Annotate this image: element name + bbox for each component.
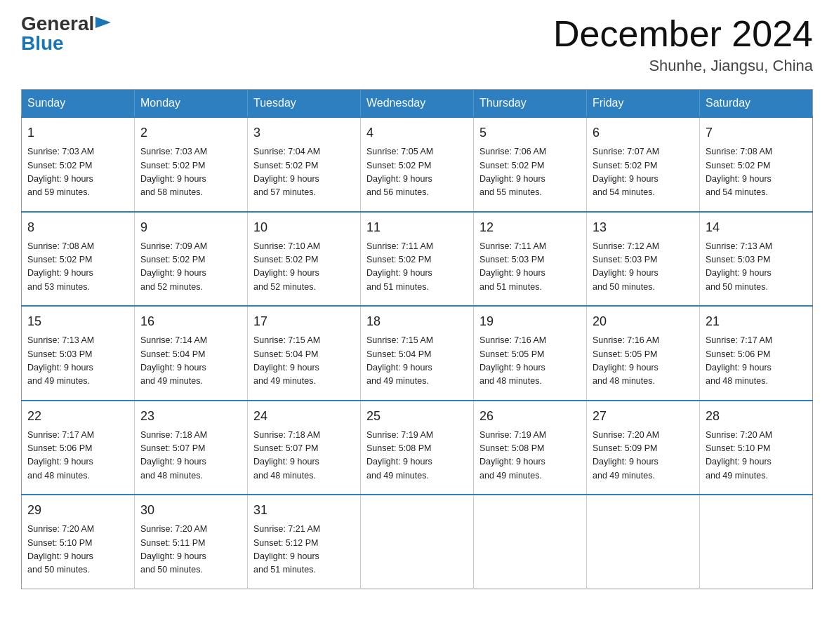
day-cell: 24Sunrise: 7:18 AMSunset: 5:07 PMDayligh… — [248, 401, 361, 495]
day-number: 19 — [479, 312, 581, 331]
day-cell: 6Sunrise: 7:07 AMSunset: 5:02 PMDaylight… — [587, 117, 700, 212]
day-info: Sunrise: 7:11 AMSunset: 5:03 PMDaylight:… — [479, 240, 581, 295]
day-info: Sunrise: 7:08 AMSunset: 5:02 PMDaylight:… — [706, 145, 807, 200]
day-info: Sunrise: 7:20 AMSunset: 5:10 PMDaylight:… — [27, 523, 128, 577]
svg-marker-0 — [95, 17, 111, 28]
day-info: Sunrise: 7:08 AMSunset: 5:02 PMDaylight:… — [27, 240, 128, 295]
day-number: 9 — [140, 218, 241, 237]
title-section: December 2024 Shunhe, Jiangsu, China — [553, 14, 813, 75]
day-cell: 26Sunrise: 7:19 AMSunset: 5:08 PMDayligh… — [474, 401, 587, 495]
day-info: Sunrise: 7:11 AMSunset: 5:02 PMDaylight:… — [366, 240, 468, 295]
header-wednesday: Wednesday — [361, 90, 474, 118]
day-number: 4 — [366, 123, 468, 142]
day-info: Sunrise: 7:16 AMSunset: 5:05 PMDaylight:… — [593, 334, 694, 389]
day-info: Sunrise: 7:21 AMSunset: 5:12 PMDaylight:… — [253, 523, 355, 577]
day-cell: 23Sunrise: 7:18 AMSunset: 5:07 PMDayligh… — [135, 401, 248, 495]
page-header: General Blue December 2024 Shunhe, Jiang… — [21, 14, 813, 75]
day-cell — [361, 495, 474, 589]
week-row-3: 15Sunrise: 7:13 AMSunset: 5:03 PMDayligh… — [22, 306, 813, 401]
day-info: Sunrise: 7:10 AMSunset: 5:02 PMDaylight:… — [253, 240, 355, 295]
day-number: 28 — [706, 407, 807, 426]
day-number: 29 — [27, 501, 128, 520]
day-cell: 19Sunrise: 7:16 AMSunset: 5:05 PMDayligh… — [474, 306, 587, 401]
logo: General Blue — [21, 14, 111, 53]
day-number: 26 — [479, 407, 581, 426]
day-number: 6 — [593, 123, 694, 142]
day-info: Sunrise: 7:15 AMSunset: 5:04 PMDaylight:… — [253, 334, 355, 389]
day-info: Sunrise: 7:15 AMSunset: 5:04 PMDaylight:… — [366, 334, 468, 389]
logo-arrow-icon — [95, 17, 111, 32]
day-cell: 20Sunrise: 7:16 AMSunset: 5:05 PMDayligh… — [587, 306, 700, 401]
day-cell: 10Sunrise: 7:10 AMSunset: 5:02 PMDayligh… — [248, 212, 361, 307]
day-number: 21 — [706, 312, 807, 331]
day-number: 3 — [253, 123, 355, 142]
day-info: Sunrise: 7:03 AMSunset: 5:02 PMDaylight:… — [27, 145, 128, 200]
day-info: Sunrise: 7:19 AMSunset: 5:08 PMDaylight:… — [366, 429, 468, 483]
day-cell: 29Sunrise: 7:20 AMSunset: 5:10 PMDayligh… — [22, 495, 135, 589]
day-cell — [474, 495, 587, 589]
day-info: Sunrise: 7:14 AMSunset: 5:04 PMDaylight:… — [140, 334, 241, 389]
day-info: Sunrise: 7:18 AMSunset: 5:07 PMDaylight:… — [140, 429, 241, 483]
week-row-5: 29Sunrise: 7:20 AMSunset: 5:10 PMDayligh… — [22, 495, 813, 589]
day-number: 10 — [253, 218, 355, 237]
day-cell: 27Sunrise: 7:20 AMSunset: 5:09 PMDayligh… — [587, 401, 700, 495]
day-info: Sunrise: 7:03 AMSunset: 5:02 PMDaylight:… — [140, 145, 241, 200]
day-number: 8 — [27, 218, 128, 237]
logo-general-text: General — [21, 14, 94, 34]
header-sunday: Sunday — [22, 90, 135, 118]
day-cell: 11Sunrise: 7:11 AMSunset: 5:02 PMDayligh… — [361, 212, 474, 307]
day-number: 18 — [366, 312, 468, 331]
day-info: Sunrise: 7:17 AMSunset: 5:06 PMDaylight:… — [27, 429, 128, 483]
day-cell: 17Sunrise: 7:15 AMSunset: 5:04 PMDayligh… — [248, 306, 361, 401]
day-info: Sunrise: 7:04 AMSunset: 5:02 PMDaylight:… — [253, 145, 355, 200]
day-cell: 12Sunrise: 7:11 AMSunset: 5:03 PMDayligh… — [474, 212, 587, 307]
week-row-4: 22Sunrise: 7:17 AMSunset: 5:06 PMDayligh… — [22, 401, 813, 495]
day-number: 12 — [479, 218, 581, 237]
day-number: 16 — [140, 312, 241, 331]
day-cell — [587, 495, 700, 589]
day-cell: 3Sunrise: 7:04 AMSunset: 5:02 PMDaylight… — [248, 117, 361, 212]
day-number: 30 — [140, 501, 241, 520]
day-number: 15 — [27, 312, 128, 331]
day-cell: 28Sunrise: 7:20 AMSunset: 5:10 PMDayligh… — [700, 401, 813, 495]
day-number: 2 — [140, 123, 241, 142]
day-info: Sunrise: 7:05 AMSunset: 5:02 PMDaylight:… — [366, 145, 468, 200]
header-thursday: Thursday — [474, 90, 587, 118]
day-number: 14 — [706, 218, 807, 237]
day-info: Sunrise: 7:17 AMSunset: 5:06 PMDaylight:… — [706, 334, 807, 389]
day-info: Sunrise: 7:19 AMSunset: 5:08 PMDaylight:… — [479, 429, 581, 483]
day-cell: 16Sunrise: 7:14 AMSunset: 5:04 PMDayligh… — [135, 306, 248, 401]
day-info: Sunrise: 7:06 AMSunset: 5:02 PMDaylight:… — [479, 145, 581, 200]
calendar-table: Sunday Monday Tuesday Wednesday Thursday… — [21, 89, 813, 589]
day-cell: 22Sunrise: 7:17 AMSunset: 5:06 PMDayligh… — [22, 401, 135, 495]
header-monday: Monday — [135, 90, 248, 118]
header-tuesday: Tuesday — [248, 90, 361, 118]
day-cell: 13Sunrise: 7:12 AMSunset: 5:03 PMDayligh… — [587, 212, 700, 307]
header-saturday: Saturday — [700, 90, 813, 118]
month-title: December 2024 — [553, 14, 813, 54]
day-number: 22 — [27, 407, 128, 426]
day-cell: 30Sunrise: 7:20 AMSunset: 5:11 PMDayligh… — [135, 495, 248, 589]
day-info: Sunrise: 7:07 AMSunset: 5:02 PMDaylight:… — [593, 145, 694, 200]
day-cell: 31Sunrise: 7:21 AMSunset: 5:12 PMDayligh… — [248, 495, 361, 589]
header-row: Sunday Monday Tuesday Wednesday Thursday… — [22, 90, 813, 118]
day-cell: 8Sunrise: 7:08 AMSunset: 5:02 PMDaylight… — [22, 212, 135, 307]
day-number: 1 — [27, 123, 128, 142]
day-cell — [700, 495, 813, 589]
day-cell: 1Sunrise: 7:03 AMSunset: 5:02 PMDaylight… — [22, 117, 135, 212]
day-cell: 5Sunrise: 7:06 AMSunset: 5:02 PMDaylight… — [474, 117, 587, 212]
day-cell: 7Sunrise: 7:08 AMSunset: 5:02 PMDaylight… — [700, 117, 813, 212]
day-cell: 15Sunrise: 7:13 AMSunset: 5:03 PMDayligh… — [22, 306, 135, 401]
day-cell: 25Sunrise: 7:19 AMSunset: 5:08 PMDayligh… — [361, 401, 474, 495]
day-number: 27 — [593, 407, 694, 426]
day-number: 17 — [253, 312, 355, 331]
location: Shunhe, Jiangsu, China — [553, 57, 813, 75]
day-info: Sunrise: 7:20 AMSunset: 5:11 PMDaylight:… — [140, 523, 241, 577]
header-friday: Friday — [587, 90, 700, 118]
day-number: 25 — [366, 407, 468, 426]
day-number: 7 — [706, 123, 807, 142]
day-number: 24 — [253, 407, 355, 426]
day-number: 23 — [140, 407, 241, 426]
day-cell: 21Sunrise: 7:17 AMSunset: 5:06 PMDayligh… — [700, 306, 813, 401]
day-info: Sunrise: 7:20 AMSunset: 5:09 PMDaylight:… — [593, 429, 694, 483]
